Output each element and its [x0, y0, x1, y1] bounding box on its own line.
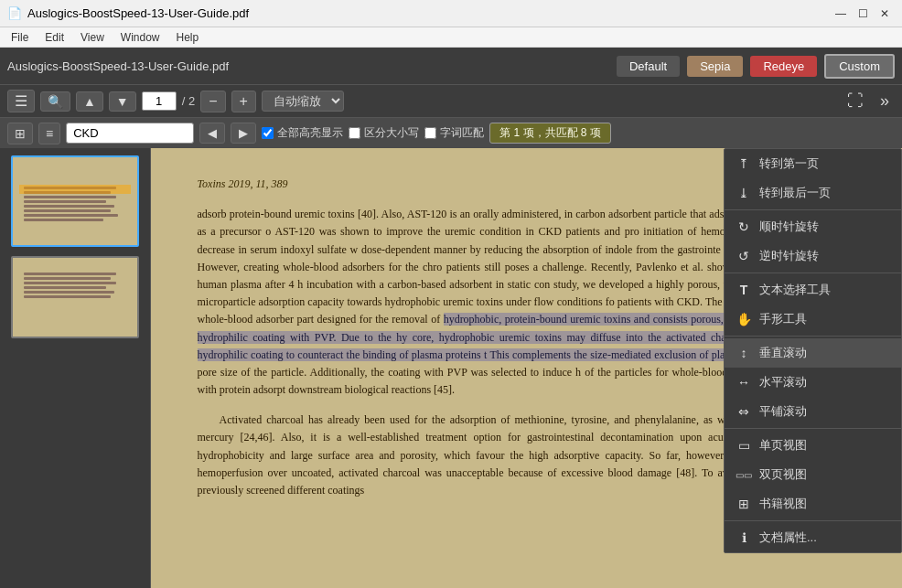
ctx-single-page-label: 单页视图: [759, 437, 807, 454]
search-button[interactable]: 🔍: [40, 91, 70, 112]
app-icon: 📄: [7, 6, 22, 20]
ctx-text-tool-label: 文本选择工具: [759, 282, 831, 298]
double-page-icon: ▭▭: [736, 470, 752, 480]
ctx-divider-1: [725, 209, 901, 210]
prev-page-button[interactable]: ▲: [76, 91, 103, 112]
whole-word-checkbox[interactable]: [424, 127, 436, 139]
menu-help[interactable]: Help: [169, 29, 207, 46]
ctx-horizontal-scroll[interactable]: ↔ 水平滚动: [725, 368, 901, 397]
ctx-hand-tool-label: 手形工具: [759, 311, 807, 327]
doc-props-icon: ℹ: [736, 530, 752, 545]
thumbnail-panel: [0, 148, 151, 588]
zoom-out-button[interactable]: −: [200, 91, 225, 112]
rotate-ccw-icon: ↺: [736, 249, 752, 263]
color-mode-sepia[interactable]: Sepia: [687, 56, 743, 77]
whole-word-option[interactable]: 字词匹配: [424, 125, 484, 141]
horizontal-scroll-icon: ↔: [736, 375, 752, 390]
rotate-cw-icon: ↻: [736, 219, 752, 234]
ctx-double-page-label: 双页视图: [759, 466, 807, 483]
ctx-horizontal-scroll-label: 水平滚动: [759, 374, 807, 390]
ctx-flat-scroll[interactable]: ⇔ 平铺滚动: [725, 397, 901, 426]
vertical-scroll-icon: ↕: [736, 346, 752, 360]
prev-match-button[interactable]: ◀: [199, 123, 225, 144]
ctx-go-first[interactable]: ⤒ 转到第一页: [725, 149, 901, 178]
minimize-button[interactable]: —: [831, 4, 851, 24]
menu-view[interactable]: View: [73, 29, 112, 46]
menu-window[interactable]: Window: [113, 29, 167, 46]
title-bar-title: Auslogics-BoostSpeed-13-User-Guide.pdf: [27, 6, 249, 20]
ctx-divider-2: [725, 273, 901, 273]
ctx-flat-scroll-label: 平铺滚动: [759, 403, 807, 420]
ctx-go-first-label: 转到第一页: [759, 155, 819, 172]
ctx-vertical-scroll[interactable]: ↕ 垂直滚动: [725, 338, 901, 368]
ctx-book-view-label: 书籍视图: [759, 496, 807, 512]
grid-view-button[interactable]: ⊞: [7, 123, 33, 144]
single-page-icon: ▭: [736, 438, 752, 453]
case-sensitive-label: 区分大小写: [364, 125, 419, 141]
hand-tool-icon: ✋: [736, 312, 752, 326]
ctx-hand-tool[interactable]: ✋ 手形工具: [725, 305, 901, 334]
maximize-button[interactable]: ☐: [853, 4, 873, 24]
ctx-go-last[interactable]: ⤓ 转到最后一页: [725, 178, 901, 208]
thumb-lines-2: [18, 263, 132, 305]
go-first-icon: ⤒: [736, 156, 752, 171]
highlight-all-option[interactable]: 全部高亮显示: [262, 125, 343, 141]
color-mode-custom[interactable]: Custom: [824, 54, 895, 79]
thumbnail-1[interactable]: [7, 155, 143, 247]
page-separator: / 2: [182, 94, 195, 108]
thumbnail-image-2: [11, 256, 139, 338]
highlight-all-checkbox[interactable]: [262, 127, 274, 139]
ctx-doc-props[interactable]: ℹ 文档属性...: [725, 523, 901, 552]
color-mode-default[interactable]: Default: [617, 56, 680, 77]
ctx-single-page[interactable]: ▭ 单页视图: [725, 431, 901, 460]
title-bar: 📄 Auslogics-BoostSpeed-13-User-Guide.pdf…: [0, 0, 902, 27]
more-options-button[interactable]: »: [875, 90, 895, 112]
go-last-icon: ⤓: [736, 186, 752, 200]
menu-bar: File Edit View Window Help: [0, 27, 902, 48]
ctx-book-view[interactable]: ⊞ 书籍视图: [725, 489, 901, 519]
next-page-button[interactable]: ▼: [109, 91, 136, 112]
context-menu: ⤒ 转到第一页 ⤓ 转到最后一页 ↻ 顺时针旋转 ↺ 逆时针旋转 T 文本选择工…: [724, 148, 902, 553]
sidebar-toggle-button[interactable]: ☰: [7, 90, 35, 112]
color-mode-redeye[interactable]: Redeye: [750, 56, 817, 77]
main-area: Toxins 2019, 11, 389 adsorb protein-boun…: [0, 148, 902, 588]
toolbar2: Auslogics-BoostSpeed-13-User-Guide.pdf D…: [0, 48, 902, 84]
thumbnail-2[interactable]: [7, 256, 143, 338]
ctx-text-tool[interactable]: T 文本选择工具: [725, 275, 901, 305]
whole-word-label: 字词匹配: [440, 125, 484, 141]
ctx-rotate-ccw[interactable]: ↺ 逆时针旋转: [725, 241, 901, 271]
page-number-input[interactable]: [142, 91, 177, 111]
menu-file[interactable]: File: [4, 29, 36, 46]
ctx-vertical-scroll-label: 垂直滚动: [759, 345, 807, 361]
thumbnail-image-1: [11, 155, 139, 247]
ctx-rotate-cw-label: 顺时针旋转: [759, 219, 819, 235]
list-view-button[interactable]: ≡: [38, 123, 60, 144]
ctx-rotate-cw[interactable]: ↻ 顺时针旋转: [725, 212, 901, 241]
thumb-highlight-1: [19, 185, 131, 194]
search-input[interactable]: [66, 123, 194, 144]
nav-toolbar: ☰ 🔍 ▲ ▼ / 2 − + 自动缩放 50% 75% 100% 125% 1…: [0, 84, 902, 117]
case-sensitive-checkbox[interactable]: [349, 127, 360, 139]
search-result-badge: 第 1 项，共匹配 8 项: [489, 123, 611, 144]
next-match-button[interactable]: ▶: [231, 123, 256, 144]
close-button[interactable]: ✕: [875, 4, 895, 24]
zoom-select[interactable]: 自动缩放 50% 75% 100% 125% 150%: [262, 91, 344, 112]
zoom-in-button[interactable]: +: [231, 91, 256, 112]
ctx-divider-5: [725, 520, 901, 521]
menu-edit[interactable]: Edit: [38, 29, 71, 46]
thumb-lines-1: [18, 163, 132, 229]
text-tool-icon: T: [736, 283, 752, 297]
title-bar-left: 📄 Auslogics-BoostSpeed-13-User-Guide.pdf: [7, 6, 249, 20]
flat-scroll-icon: ⇔: [736, 404, 752, 419]
doc-title: Auslogics-BoostSpeed-13-User-Guide.pdf: [7, 59, 609, 73]
ctx-double-page[interactable]: ▭▭ 双页视图: [725, 460, 901, 489]
case-sensitive-option[interactable]: 区分大小写: [349, 125, 419, 141]
search-toolbar: ⊞ ≡ ◀ ▶ 全部高亮显示 区分大小写 字词匹配 第 1 项，共匹配 8 项: [0, 117, 902, 148]
ctx-doc-props-label: 文档属性...: [759, 529, 817, 546]
fullscreen-button[interactable]: ⛶: [842, 90, 869, 112]
ctx-divider-4: [725, 428, 901, 429]
highlight-all-label: 全部高亮显示: [277, 125, 343, 141]
ctx-divider-3: [725, 336, 901, 337]
ctx-rotate-ccw-label: 逆时针旋转: [759, 248, 819, 264]
book-view-icon: ⊞: [736, 497, 752, 511]
